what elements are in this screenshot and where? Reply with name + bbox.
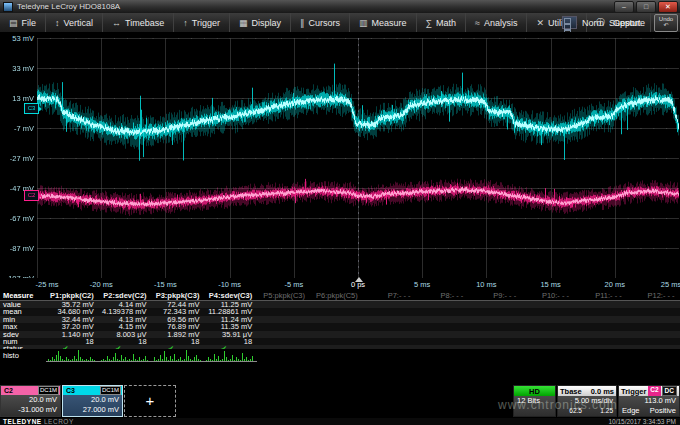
maximize-button[interactable]: □: [636, 1, 656, 13]
measure-cell: [627, 323, 680, 330]
measure-cell: [416, 331, 469, 338]
waveform-display[interactable]: 53 mV33 mV13 mV-7 mV-27 mV-47 mV-67 mV-8…: [0, 32, 680, 278]
menu-item-label: Analysis: [484, 18, 518, 28]
measure-cell: 37.20 mV: [46, 323, 99, 330]
measure-cell: [468, 301, 521, 308]
math-icon: ∑: [426, 18, 432, 28]
measure-cell: [521, 331, 574, 338]
timebase-box[interactable]: Tbase 0.0 ms 5.00 ms/div 62.5 MS 1.25 GS…: [557, 385, 617, 417]
channel-box-c3[interactable]: C3DC1M20.0 mV27.000 mV: [62, 385, 123, 417]
measure-column-header[interactable]: P3:pkpk(C3): [152, 291, 205, 300]
grid-layout-icon[interactable]: [562, 16, 577, 29]
histogram-p4: [204, 349, 257, 362]
undo-button[interactable]: Undo ↶: [654, 14, 678, 32]
menu-item-label: Cursors: [308, 18, 340, 28]
measure-cell: [521, 316, 574, 323]
measure-cell: 18: [46, 338, 99, 345]
close-button[interactable]: ✕: [658, 1, 678, 13]
menu-item-file[interactable]: ▤File: [0, 13, 46, 32]
gesture-button[interactable]: Gesture: [609, 17, 649, 29]
menu-item-cursors[interactable]: ∥Cursors: [291, 13, 350, 32]
channel-c3-marker[interactable]: C3: [24, 103, 39, 114]
menu-item-trigger[interactable]: ↑Trigger: [174, 13, 230, 32]
menu-item-math[interactable]: ∑Math: [417, 13, 466, 32]
measure-cell: [257, 338, 310, 345]
measure-cell: 76.89 mV: [152, 323, 205, 330]
trigger-box[interactable]: Trigger C2 DC 113.0 mV Edge Positive: [618, 385, 680, 417]
channel-box-header: C3DC1M: [63, 386, 122, 395]
descriptor-bar: C2DC1M20.0 mV-31.000 mVC3DC1M20.0 mV27.0…: [0, 385, 680, 418]
measure-column-header[interactable]: P12:- - -: [627, 291, 680, 300]
menu-item-measure[interactable]: ▥Measure: [350, 13, 417, 32]
measure-cell: [310, 316, 363, 323]
channel-c2-marker[interactable]: C2: [24, 190, 39, 201]
menu-item-analysis[interactable]: ≈Analysis: [466, 13, 527, 32]
measure-column-header[interactable]: P9:- - -: [468, 291, 521, 300]
trigger-label: Trigger: [621, 387, 646, 396]
minimize-button[interactable]: –: [614, 1, 634, 13]
measure-cell: [416, 301, 469, 308]
measure-cell: 4.14 mV: [99, 301, 152, 308]
measure-column-header[interactable]: P10:- - -: [521, 291, 574, 300]
measure-column-header[interactable]: P11:- - -: [574, 291, 627, 300]
tbase-delay: 0.0 ms: [591, 387, 614, 396]
channel-vdiv: 20.0 mV: [1, 395, 60, 405]
measure-column-header[interactable]: P7:- - -: [363, 291, 416, 300]
measure-cell: 11.24 mV: [204, 316, 257, 323]
measure-cell: 72.343 mV: [152, 308, 205, 315]
measure-column-header[interactable]: P5:pkpk(C3): [257, 291, 310, 300]
utilities-icon: ✕: [536, 18, 544, 28]
x-tick-label: 10 ms: [476, 280, 496, 289]
timestamp: 10/15/2017 3:34:53 PM: [608, 418, 676, 425]
measure-icon: ▥: [359, 18, 368, 28]
measure-cell: [363, 338, 416, 345]
histogram-p1: [46, 349, 99, 362]
measure-cell: [363, 331, 416, 338]
trigger-slope: Positive: [650, 406, 676, 416]
measure-cell: [468, 331, 521, 338]
measure-cell: [627, 331, 680, 338]
histogram-p3: [152, 349, 205, 362]
measure-cell: [468, 338, 521, 345]
x-tick-label: -20 ms: [90, 280, 113, 289]
measure-column-header[interactable]: P4:sdev(C3): [204, 291, 257, 300]
measure-column-header[interactable]: P1:pkpk(C2): [46, 291, 99, 300]
menu-item-label: Measure: [371, 18, 406, 28]
brand-logo: TELEDYNE LECROY: [0, 418, 74, 425]
measure-cell: 18: [99, 338, 152, 345]
measure-cell: 4.139378 mV: [99, 308, 152, 315]
measure-row-mean: mean34.680 mV4.139378 mV72.343 mV11.2886…: [0, 308, 680, 315]
hd-box[interactable]: HD 12 Bits: [513, 385, 556, 417]
menu-item-label: Math: [436, 18, 456, 28]
vertical-arrows-icon: ↕: [55, 18, 60, 28]
window-title: Teledyne LeCroy HDO8108A: [17, 2, 120, 11]
cursors-icon: ∥: [300, 18, 305, 28]
title-bar: Teledyne LeCroy HDO8108A – □ ✕: [0, 0, 680, 13]
measure-cell: [521, 308, 574, 315]
menu-item-label: Trigger: [192, 18, 220, 28]
measure-cell: [257, 308, 310, 315]
menu-item-label: File: [22, 18, 37, 28]
y-tick-label: -67 mV: [0, 214, 34, 223]
measure-cell: 8.003 μV: [99, 331, 152, 338]
measure-cell: 1.892 mV: [152, 331, 205, 338]
y-tick-label: -87 mV: [0, 244, 34, 253]
menu-item-vertical[interactable]: ↕Vertical: [46, 13, 103, 32]
measure-column-header[interactable]: P6:pkpk(C5): [310, 291, 363, 300]
trigger-time-label: 0 ps: [351, 280, 365, 289]
time-axis: -25 ms-20 ms-15 ms-10 ms-5 ms0 ps5 ms10 …: [0, 278, 680, 291]
x-tick-label: 15 ms: [540, 280, 560, 289]
add-channel-button[interactable]: +: [124, 385, 176, 417]
measure-cell: [468, 323, 521, 330]
trigger-source-badge: C2: [648, 386, 660, 396]
menu-item-timebase[interactable]: ↔Timebase: [103, 13, 174, 32]
hd-header: HD: [514, 386, 555, 396]
measure-cell: [363, 323, 416, 330]
measure-column-header[interactable]: P8:- - -: [416, 291, 469, 300]
channel-box-c2[interactable]: C2DC1M20.0 mV-31.000 mV: [0, 385, 61, 417]
measure-cell: 18: [152, 338, 205, 345]
measure-cell: [521, 338, 574, 345]
measure-column-header[interactable]: P2:sdev(C2): [99, 291, 152, 300]
menu-item-display[interactable]: ▦Display: [230, 13, 291, 32]
x-tick-label: 20 ms: [605, 280, 625, 289]
